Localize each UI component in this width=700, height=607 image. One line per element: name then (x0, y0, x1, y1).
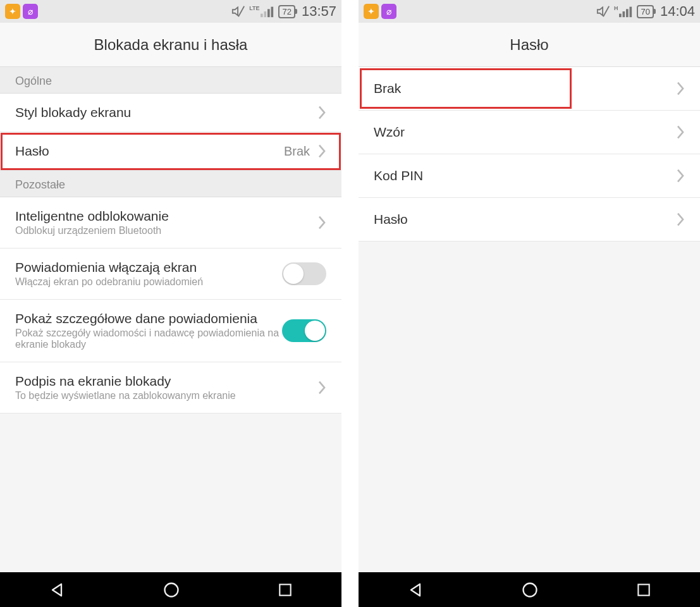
nav-home-button[interactable] (163, 581, 180, 599)
nav-home-button[interactable] (521, 581, 539, 599)
row-password-option[interactable]: Hasło (359, 198, 700, 242)
section-general: Ogólne (0, 67, 341, 94)
chevron-right-icon (317, 215, 326, 230)
chevron-right-icon (317, 144, 326, 159)
settings-content: Ogólne Styl blokady ekranu Hasło Brak Po… (0, 67, 341, 572)
svg-rect-13 (638, 584, 649, 595)
svg-rect-4 (271, 7, 274, 18)
mute-icon (596, 4, 610, 18)
svg-rect-1 (261, 14, 263, 17)
svg-rect-8 (619, 14, 622, 17)
notif-app-icon: ✦ (5, 4, 20, 19)
password-options: Brak Wzór Kod PIN Hasło (359, 67, 700, 572)
nav-recent-button[interactable] (277, 582, 293, 598)
status-bar: ✦ ⌀ H 70 14:04 (359, 0, 700, 23)
row-password[interactable]: Hasło Brak (0, 132, 341, 171)
clock: 13:57 (302, 3, 336, 20)
signal-icon (261, 5, 274, 18)
row-none[interactable]: Brak (359, 67, 700, 111)
clock: 14:04 (660, 3, 695, 20)
section-other: Pozostałe (0, 171, 341, 197)
svg-line-7 (603, 6, 609, 17)
notif-app-icon: ⌀ (381, 4, 396, 19)
status-bar: ✦ ⌀ LTE 72 13:57 (0, 0, 341, 23)
svg-rect-2 (264, 11, 267, 17)
row-notif-wake[interactable]: Powiadomienia włączają ekran Włączaj ekr… (0, 248, 341, 300)
svg-rect-3 (267, 9, 270, 17)
row-pin[interactable]: Kod PIN (359, 154, 700, 198)
battery-icon: 72 (278, 5, 295, 18)
svg-rect-11 (630, 7, 632, 18)
battery-icon: 70 (637, 5, 653, 18)
svg-point-12 (523, 583, 536, 596)
chevron-right-icon (317, 380, 326, 395)
toggle-notif-detail[interactable] (282, 319, 326, 342)
nav-back-button[interactable] (407, 581, 424, 599)
nav-bar (359, 572, 700, 607)
nav-recent-button[interactable] (636, 582, 652, 598)
mute-icon (231, 4, 245, 18)
row-password-value: Brak (284, 144, 310, 159)
row-notif-detail[interactable]: Pokaż szczegółowe dane powiadomienia Pok… (0, 300, 341, 362)
row-smart-unlock[interactable]: Inteligentne odblokowanie Odblokuj urząd… (0, 197, 341, 248)
nav-back-button[interactable] (48, 581, 66, 599)
svg-rect-6 (279, 584, 290, 595)
chevron-right-icon (676, 125, 685, 140)
network-label: H (614, 6, 618, 11)
chevron-right-icon (676, 168, 685, 183)
page-title: Hasło (359, 23, 700, 67)
row-pattern[interactable]: Wzór (359, 111, 700, 154)
chevron-right-icon (676, 212, 685, 227)
phone-right: ✦ ⌀ H 70 14:04 Hasło Brak Wzór Kod PIN (359, 0, 700, 607)
chevron-right-icon (676, 81, 685, 96)
notif-app-icon: ✦ (364, 4, 379, 19)
row-lock-signature[interactable]: Podpis na ekranie blokady To będzie wyśw… (0, 362, 341, 414)
svg-rect-9 (623, 11, 625, 17)
svg-point-5 (164, 583, 178, 596)
svg-rect-10 (626, 9, 629, 17)
page-title: Blokada ekranu i hasła (0, 23, 341, 67)
notif-app-icon: ⌀ (23, 4, 38, 19)
chevron-right-icon (317, 105, 326, 120)
nav-bar (0, 572, 341, 607)
phone-left: ✦ ⌀ LTE 72 13:57 Blokada ekranu i hasła … (0, 0, 341, 607)
row-lock-style[interactable]: Styl blokady ekranu (0, 94, 341, 132)
toggle-notif-wake[interactable] (282, 262, 326, 285)
svg-line-0 (238, 6, 244, 17)
network-label: LTE (249, 6, 259, 11)
signal-icon (619, 5, 633, 18)
